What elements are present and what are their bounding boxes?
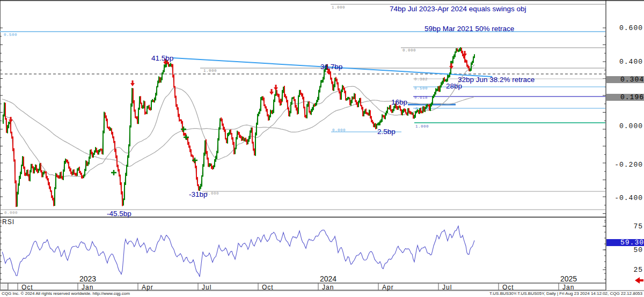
price-bar <box>10 121 11 133</box>
price-bar <box>165 64 166 68</box>
scroll-to-latest-arrow-icon[interactable] <box>635 277 643 284</box>
price-bar <box>182 121 183 132</box>
price-bar <box>49 182 50 189</box>
fib-level-label[interactable]: 1.000 <box>415 124 429 129</box>
price-bar <box>438 86 440 92</box>
price-bar <box>317 97 318 102</box>
annotation-text[interactable]: 2.5bp <box>377 128 396 136</box>
price-bar <box>255 132 256 156</box>
price-bar <box>411 112 412 114</box>
price-bar <box>138 108 139 124</box>
price-bar <box>356 100 357 105</box>
price-bar <box>298 95 299 114</box>
price-bar <box>349 98 350 105</box>
price-bar <box>37 168 38 173</box>
price-bar <box>419 108 420 114</box>
price-bar <box>377 123 378 125</box>
price-bar <box>227 133 228 144</box>
price-bar <box>242 137 243 141</box>
price-bar <box>51 190 52 198</box>
price-bar <box>427 104 428 108</box>
fib-level-label[interactable]: 0.000 <box>402 48 416 53</box>
price-bar <box>414 115 415 118</box>
price-bar <box>9 122 10 124</box>
price-bar <box>30 170 31 181</box>
sell-signal-arrow-icon <box>130 80 135 86</box>
annotation-text[interactable]: -45.5bp <box>107 210 131 218</box>
price-bar <box>119 169 120 176</box>
price-bar <box>273 100 274 113</box>
price-bar <box>77 168 78 176</box>
price-bar <box>248 136 250 142</box>
price-bar <box>313 105 314 110</box>
fib-level-label[interactable]: 0.000 <box>4 211 18 215</box>
price-bar <box>384 115 385 119</box>
price-bar <box>52 195 53 200</box>
price-bar <box>231 133 232 139</box>
sell-signal-arrow-icon <box>269 89 274 95</box>
price-bar <box>287 100 288 109</box>
price-bar <box>210 164 211 166</box>
price-bar <box>159 77 160 83</box>
sell-signal-arrow-icon <box>274 85 278 91</box>
price-bar <box>238 131 239 135</box>
annotation-text[interactable]: 36.7bp <box>320 63 342 71</box>
price-bar <box>109 127 110 131</box>
fib-level-label[interactable]: 0.618 <box>414 95 428 100</box>
price-bar <box>45 172 46 174</box>
price-bar <box>236 137 237 150</box>
annotation-text[interactable]: 59bp Mar 2021 50% retrace <box>425 25 514 33</box>
annotation-text[interactable]: -31bp <box>189 190 208 198</box>
price-bar <box>6 118 7 133</box>
price-bar <box>143 101 144 109</box>
price-bar <box>375 123 376 129</box>
price-bar <box>471 62 472 71</box>
price-bar <box>465 60 466 63</box>
scrollbar-stub[interactable] <box>0 283 8 290</box>
price-bar <box>345 91 346 100</box>
price-bar <box>252 128 253 144</box>
price-bar <box>96 148 97 153</box>
price-bar <box>71 172 72 176</box>
price-bar <box>198 184 199 191</box>
price-bar <box>247 139 248 144</box>
price-bar <box>391 109 392 113</box>
price-bar <box>43 170 45 174</box>
price-bar <box>397 106 398 110</box>
fib-level-label[interactable]: 1.000 <box>203 69 217 73</box>
fib-level-label[interactable]: 0.000 <box>332 128 346 132</box>
price-bar <box>127 155 128 167</box>
price-bar <box>372 120 373 124</box>
price-bar <box>90 150 91 159</box>
price-bar <box>225 129 226 139</box>
price-bar <box>297 107 298 114</box>
price-bar <box>295 99 296 108</box>
price-bar <box>218 128 219 141</box>
price-bar <box>103 131 104 155</box>
price-bar <box>385 113 386 119</box>
price-bar <box>40 163 41 173</box>
price-bar <box>289 111 290 117</box>
fib-level-label[interactable]: 1.000 <box>332 5 345 10</box>
price-bar <box>173 75 174 87</box>
price-bar <box>364 109 365 114</box>
annotation-text[interactable]: 41.5bp <box>151 54 173 62</box>
fib-level-label[interactable]: 0.382 <box>414 77 428 81</box>
fib-level-label[interactable]: 0.000 <box>206 191 219 196</box>
fib-level-label[interactable]: 0.500 <box>4 33 17 37</box>
annotation-text[interactable]: 28bp <box>446 82 462 90</box>
annotation-text[interactable]: 74bp Jul 2023-Apr 2024 equals swings obj <box>390 5 526 13</box>
price-bar <box>333 84 334 91</box>
price-bar <box>251 128 252 133</box>
annotation-text[interactable]: 32bp Jun 38.2% retrace <box>458 76 535 84</box>
price-bar <box>141 102 142 108</box>
price-bar <box>350 100 352 106</box>
price-bar <box>244 138 245 142</box>
annotation-text[interactable]: 16bp <box>391 98 407 106</box>
price-bar <box>121 182 122 195</box>
rsi-axis-label: 75 <box>606 223 643 230</box>
price-bar <box>74 169 75 175</box>
price-bar <box>415 112 416 118</box>
price-bar <box>474 54 475 58</box>
fib-level-label[interactable]: 0.500 <box>414 86 428 91</box>
